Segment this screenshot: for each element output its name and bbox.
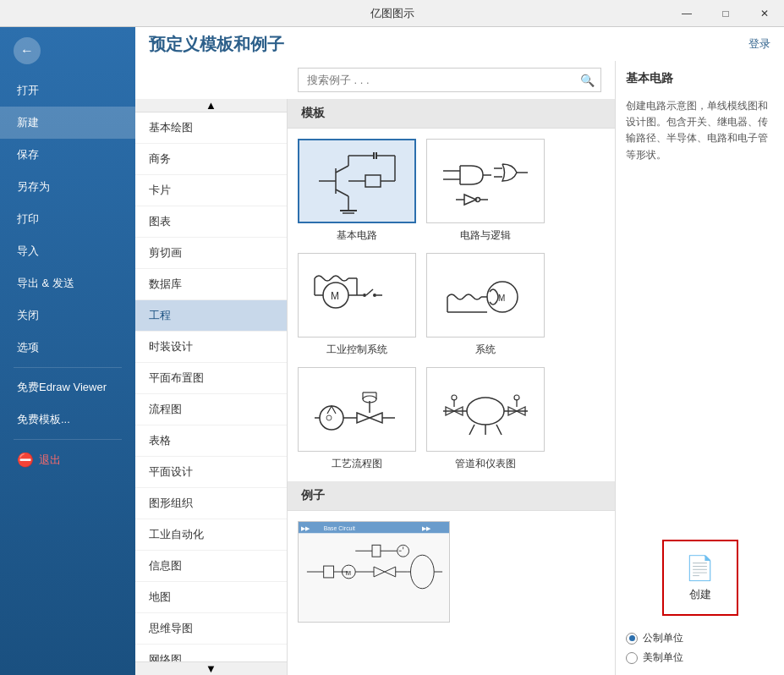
sidebar-item-exit[interactable]: ⛔ 退出 xyxy=(0,443,135,476)
cat-item-clip[interactable]: 剪切画 xyxy=(135,238,287,269)
titlebar: 亿图图示 — □ ✕ xyxy=(0,0,784,27)
cat-item-card[interactable]: 卡片 xyxy=(135,175,287,206)
template-thumb-logic xyxy=(426,139,545,223)
scroll-up-arrow[interactable]: ▲ xyxy=(135,99,287,112)
body-row: ▲ 基本绘图 商务 卡片 图表 剪切画 数据库 工程 时装设计 平面布置图 流程… xyxy=(135,99,615,675)
svg-text:▶▶: ▶▶ xyxy=(301,525,310,531)
cat-item-business[interactable]: 商务 xyxy=(135,144,287,175)
radio-metric-label: 公制单位 xyxy=(643,631,683,645)
main-container: ← 打开 新建 保存 另存为 打印 导入 导出 & 发送 关闭 选项 免费Edr… xyxy=(0,27,784,675)
content-area: 预定义模板和例子 登录 🔍 ▲ 基本绘图 xyxy=(135,27,784,675)
template-label-system: 系统 xyxy=(475,343,496,357)
sidebar-divider xyxy=(14,367,122,368)
example-svg: ▶▶ Base Circuit ▶▶ M xyxy=(299,521,449,623)
radio-metric[interactable]: 公制单位 xyxy=(626,631,774,645)
template-card-pipeline[interactable]: 管道和仪表图 xyxy=(426,367,545,471)
sidebar-item-open[interactable]: 打开 xyxy=(0,74,135,107)
scroll-down-arrow[interactable]: ▼ xyxy=(135,661,287,675)
cat-item-table[interactable]: 表格 xyxy=(135,425,287,457)
example-thumb[interactable]: ▶▶ Base Circuit ▶▶ M xyxy=(298,521,450,623)
template-card-basic-circuit[interactable]: 基本电路 xyxy=(298,139,416,243)
cat-item-interior[interactable]: 平面设计 xyxy=(135,457,287,488)
content-header: 预定义模板和例子 登录 xyxy=(135,27,784,61)
cat-item-database[interactable]: 数据库 xyxy=(135,269,287,300)
minimize-btn[interactable]: — xyxy=(667,0,706,27)
maximize-btn[interactable]: □ xyxy=(706,0,745,27)
titlebar-title: 亿图图示 xyxy=(370,6,414,21)
cat-item-map[interactable]: 地图 xyxy=(135,582,287,613)
cat-item-industrial[interactable]: 工业自动化 xyxy=(135,519,287,551)
section-header-examples: 例子 xyxy=(288,481,615,511)
svg-text:M: M xyxy=(331,290,339,302)
sidebar: ← 打开 新建 保存 另存为 打印 导入 导出 & 发送 关闭 选项 免费Edr… xyxy=(0,27,135,675)
svg-point-36 xyxy=(363,294,366,297)
sidebar-item-new[interactable]: 新建 xyxy=(0,107,135,139)
template-thumb-process xyxy=(298,367,416,452)
template-label-industrial-ctrl: 工业控制系统 xyxy=(326,343,387,357)
svg-text:▶▶: ▶▶ xyxy=(422,525,431,531)
template-thumb-system: M xyxy=(426,253,545,338)
cat-item-info[interactable]: 信息图 xyxy=(135,551,287,582)
search-input[interactable] xyxy=(298,68,601,92)
template-card-system[interactable]: M xyxy=(426,253,545,357)
svg-text:M: M xyxy=(345,569,351,577)
sidebar-item-print[interactable]: 打印 xyxy=(0,203,135,235)
cat-item-floorplan[interactable]: 平面布置图 xyxy=(135,363,287,394)
radio-imperial-circle xyxy=(626,652,638,664)
close-btn[interactable]: ✕ xyxy=(745,0,784,27)
sidebar-item-close[interactable]: 关闭 xyxy=(0,299,135,332)
template-label-process: 工艺流程图 xyxy=(332,457,382,471)
svg-line-3 xyxy=(336,189,348,196)
svg-text:Base Circuit: Base Circuit xyxy=(324,525,355,531)
cat-item-mindmap[interactable]: 思维导图 xyxy=(135,613,287,645)
pipeline-svg xyxy=(439,376,532,443)
svg-point-29 xyxy=(476,198,480,202)
svg-line-75 xyxy=(469,425,474,435)
sidebar-item-save-as[interactable]: 另存为 xyxy=(0,171,135,203)
exit-label: 退出 xyxy=(39,453,61,468)
create-btn[interactable]: 📄 创建 xyxy=(662,540,738,616)
template-panel: 模板 xyxy=(288,99,615,675)
search-input-wrap: 🔍 xyxy=(298,68,601,92)
login-link[interactable]: 登录 xyxy=(748,36,770,52)
svg-marker-28 xyxy=(464,195,476,205)
template-thumb-pipeline xyxy=(426,367,545,452)
svg-line-37 xyxy=(366,289,373,295)
svg-line-2 xyxy=(336,166,348,173)
sidebar-divider-2 xyxy=(14,439,122,440)
template-thumb-basic-circuit xyxy=(298,139,416,223)
cat-item-basic[interactable]: 基本绘图 xyxy=(135,112,287,144)
template-card-industrial-ctrl[interactable]: M xyxy=(298,253,416,357)
template-card-logic[interactable]: 电路与逻辑 xyxy=(426,139,545,243)
cat-item-org[interactable]: 图形组织 xyxy=(135,488,287,519)
sidebar-item-import[interactable]: 导入 xyxy=(0,235,135,267)
search-icon: 🔍 xyxy=(580,74,595,87)
sidebar-item-export[interactable]: 导出 & 发送 xyxy=(0,267,135,299)
cat-item-fashion[interactable]: 时装设计 xyxy=(135,332,287,363)
sidebar-item-save[interactable]: 保存 xyxy=(0,139,135,171)
cat-item-engineering[interactable]: 工程 xyxy=(135,300,287,332)
cat-item-chart[interactable]: 图表 xyxy=(135,206,287,238)
sidebar-item-options[interactable]: 选项 xyxy=(0,332,135,364)
page-title: 预定义模板和例子 xyxy=(149,33,284,56)
right-panel: 基本电路 创建电路示意图，单线模线图和设计图。包含开关、继电器、传输路径、半导体… xyxy=(615,61,784,675)
example-section: ▶▶ Base Circuit ▶▶ M xyxy=(288,521,615,623)
radio-imperial[interactable]: 美制单位 xyxy=(626,650,774,665)
create-btn-icon: 📄 xyxy=(685,554,715,582)
svg-text:M: M xyxy=(498,294,505,303)
svg-line-76 xyxy=(496,425,502,435)
svg-point-38 xyxy=(373,294,376,297)
cat-item-flowchart[interactable]: 流程图 xyxy=(135,394,287,425)
sidebar-item-free-template[interactable]: 免费模板... xyxy=(0,403,135,436)
template-label-logic: 电路与逻辑 xyxy=(460,228,511,243)
svg-point-54 xyxy=(326,415,332,420)
back-btn[interactable]: ← xyxy=(0,27,135,74)
logic-circuit-svg xyxy=(439,147,532,215)
exit-icon: ⛔ xyxy=(17,452,34,468)
sidebar-item-free-viewer[interactable]: 免费Edraw Viewer xyxy=(0,371,135,403)
radio-group: 公制单位 美制单位 xyxy=(626,631,774,665)
titlebar-controls: — □ ✕ xyxy=(667,0,784,27)
template-card-process[interactable]: 工艺流程图 xyxy=(298,367,416,471)
create-btn-wrap: 📄 创建 xyxy=(626,540,774,616)
search-bar: 🔍 xyxy=(135,61,615,99)
